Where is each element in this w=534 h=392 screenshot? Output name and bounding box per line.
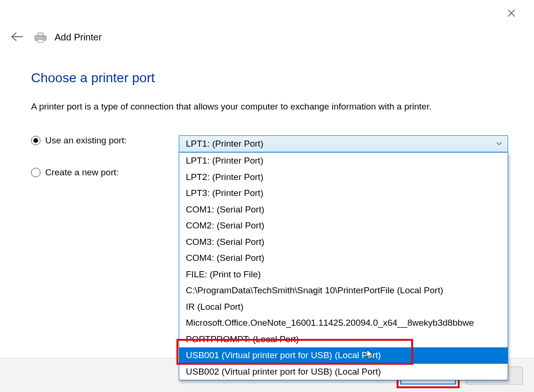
chevron-down-icon xyxy=(496,141,502,147)
printer-icon xyxy=(34,32,47,43)
port-option[interactable]: COM4: (Serial Port) xyxy=(179,250,508,267)
radio-create-port[interactable]: Create a new port: xyxy=(31,167,179,178)
port-combobox[interactable]: LPT1: (Printer Port) xyxy=(179,135,508,152)
port-combobox-value: LPT1: (Printer Port) xyxy=(186,139,263,149)
svg-point-3 xyxy=(44,37,45,38)
port-dropdown-list[interactable]: LPT1: (Printer Port)LPT2: (Printer Port)… xyxy=(179,152,508,380)
port-option[interactable]: LPT3: (Printer Port) xyxy=(179,185,508,202)
back-button[interactable] xyxy=(8,29,26,46)
window-title: Add Printer xyxy=(55,32,102,43)
radio-create-label: Create a new port: xyxy=(45,167,119,178)
svg-rect-1 xyxy=(38,33,43,36)
wizard-header: Add Printer xyxy=(8,29,102,46)
port-option[interactable]: COM1: (Serial Port) xyxy=(179,202,508,218)
radio-existing-label: Use an existing port: xyxy=(45,135,127,146)
radio-existing-port[interactable]: Use an existing port: xyxy=(31,135,179,146)
page-description: A printer port is a type of connection t… xyxy=(31,102,510,112)
port-option[interactable]: IR (Local Port) xyxy=(179,299,508,315)
radio-indicator-icon xyxy=(31,168,40,177)
wizard-content: Choose a printer port A printer port is … xyxy=(31,71,510,193)
close-icon xyxy=(508,9,515,17)
radio-indicator-icon xyxy=(31,136,40,145)
back-arrow-icon xyxy=(10,32,24,41)
port-option[interactable]: C:\ProgramData\TechSmith\Snagit 10\Print… xyxy=(179,282,508,299)
svg-rect-2 xyxy=(38,39,43,42)
port-option[interactable]: COM2: (Serial Port) xyxy=(179,218,508,234)
close-button[interactable] xyxy=(503,6,520,22)
page-heading: Choose a printer port xyxy=(31,71,510,86)
port-option[interactable]: FILE: (Print to File) xyxy=(179,267,508,283)
port-option[interactable]: PORTPROMPT: (Local Port) xyxy=(179,331,508,348)
port-combo-container: LPT1: (Printer Port) LPT1: (Printer Port… xyxy=(179,135,508,152)
port-option[interactable]: USB001 (Virtual printer port for USB) (L… xyxy=(179,347,508,364)
port-option[interactable]: Microsoft.Office.OneNote_16001.11425.200… xyxy=(179,315,508,331)
port-option[interactable]: COM3: (Serial Port) xyxy=(179,234,508,251)
port-option[interactable]: LPT2: (Printer Port) xyxy=(179,169,508,186)
option-existing-port: Use an existing port: LPT1: (Printer Por… xyxy=(31,135,510,152)
port-option[interactable]: USB002 (Virtual printer port for USB) (L… xyxy=(179,364,508,380)
port-option[interactable]: LPT1: (Printer Port) xyxy=(179,153,508,169)
